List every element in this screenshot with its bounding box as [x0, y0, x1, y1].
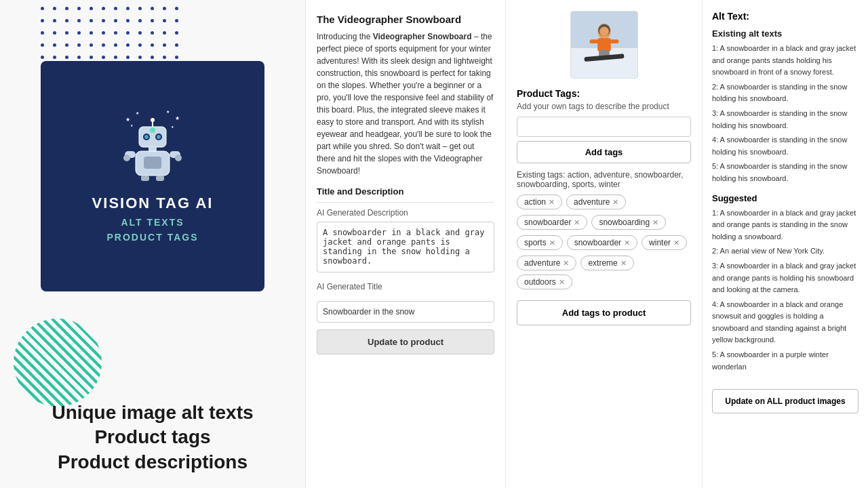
- existing-alt-item: 2: A snowboarder is standing in the snow…: [712, 81, 859, 105]
- desc-rest: – the perfect piece of sports equipment …: [317, 32, 493, 176]
- logo-box: ★ ★ ★ ★ ★ ★: [41, 61, 264, 291]
- svg-point-12: [157, 135, 161, 139]
- svg-text:★: ★: [125, 117, 130, 123]
- tags-desc: Add your own tags to describe the produc…: [517, 102, 691, 111]
- tag-chip-snowboarder: snowboarder ✕: [517, 215, 587, 230]
- teal-circle-decoration: [14, 319, 102, 407]
- title-and-desc-label: Title and Description: [317, 186, 494, 197]
- remove-tag-snowboarding[interactable]: ✕: [652, 218, 658, 227]
- remove-tag-extreme[interactable]: ✕: [620, 259, 627, 268]
- left-panel: ★ ★ ★ ★ ★ ★: [0, 0, 305, 488]
- svg-text:★: ★: [175, 115, 180, 121]
- product-thumbnail: [570, 11, 638, 79]
- svg-point-7: [151, 118, 155, 122]
- tag-chip-action: action ✕: [517, 195, 562, 209]
- robot-icon: ★ ★ ★ ★ ★ ★: [122, 108, 183, 182]
- tags-panel: Product Tags: Add your own tags to descr…: [505, 0, 702, 488]
- existing-tags-label: Existing tags: action, adventure, snowbo…: [517, 170, 691, 189]
- svg-rect-14: [149, 147, 157, 151]
- logo-subtitle: ALT TEXTS PRODUCT TAGS: [107, 215, 199, 245]
- svg-rect-27: [597, 38, 611, 52]
- remove-tag-adventure[interactable]: ✕: [612, 198, 618, 207]
- tag-chip-outdoors: outdoors ✕: [517, 274, 572, 289]
- add-tags-button[interactable]: Add tags: [517, 141, 691, 163]
- update-all-images-button[interactable]: Update on ALL product images: [712, 389, 859, 413]
- existing-alt-item: 1: A snowboarder in a black and gray jac…: [712, 43, 859, 79]
- ai-title-input[interactable]: [317, 301, 494, 323]
- ai-desc-label: AI Generated Description: [317, 208, 494, 218]
- suggested-alt-title: Suggested: [712, 193, 859, 203]
- suggested-alt-item: 4: A snowboarder in a black and orange s…: [712, 299, 859, 346]
- tags-row-4: adventure ✕ extreme ✕ outdoors ✕: [517, 256, 691, 289]
- remove-tag-adventure2[interactable]: ✕: [563, 259, 569, 268]
- suggested-alt-item: 3: A snowboarder in a black and gray jac…: [712, 260, 859, 296]
- tag-chip-adventure: adventure ✕: [566, 195, 626, 209]
- remove-tag-sports[interactable]: ✕: [549, 239, 555, 247]
- tags-title: Product Tags:: [517, 88, 691, 99]
- remove-tag-action[interactable]: ✕: [549, 198, 555, 207]
- tag-chip-adventure2: adventure ✕: [517, 256, 576, 270]
- product-description: Introducing the Videographer Snowboard –…: [317, 30, 494, 177]
- tagline-section: Unique image alt texts Product tags Prod…: [0, 401, 305, 474]
- svg-point-11: [144, 135, 149, 139]
- suggested-alt-item: 5: A snowboarder in a purple winter wond…: [712, 349, 859, 373]
- existing-alt-list: 1: A snowboarder in a black and gray jac…: [712, 43, 859, 185]
- alt-text-title: Alt Text:: [712, 11, 859, 22]
- tagline-line-1: Unique image alt texts: [0, 401, 305, 425]
- tag-chip-winter: winter ✕: [642, 235, 687, 250]
- svg-point-33: [599, 27, 609, 37]
- remove-tag-snowboarder[interactable]: ✕: [574, 218, 580, 227]
- existing-alt-item: 5: A snowboarder is standing in the snow…: [712, 161, 859, 184]
- tag-chip-snowboarding: snowboarding ✕: [591, 215, 666, 230]
- remove-tag-snowboarder2[interactable]: ✕: [624, 239, 630, 247]
- svg-rect-22: [156, 176, 164, 181]
- svg-point-19: [123, 155, 130, 161]
- tag-chip-extreme: extreme ✕: [580, 256, 633, 270]
- existing-alt-subtitle: Existing alt texts: [712, 28, 859, 39]
- add-tags-to-product-button[interactable]: Add tags to product: [517, 300, 691, 325]
- tags-row-3: sports ✕ snowboarder ✕ winter ✕: [517, 235, 691, 250]
- divider-1: [317, 202, 494, 203]
- existing-alt-item: 4: A snowboarder is standing in the snow…: [712, 134, 859, 158]
- tags-input[interactable]: [517, 117, 691, 137]
- suggested-alt-list: 1: A snowboarder in a black and gray jac…: [712, 207, 859, 373]
- desc-intro: Introducing the: [317, 32, 373, 41]
- ai-title-label: AI Generated Title: [317, 282, 494, 291]
- tagline-line-3: Product descriptions: [0, 450, 305, 474]
- remove-tag-winter[interactable]: ✕: [673, 239, 679, 247]
- tag-chip-sports: sports ✕: [517, 235, 563, 250]
- tags-row-2: snowboarder ✕ snowboarding ✕: [517, 215, 691, 230]
- update-to-product-button[interactable]: Update to product: [317, 329, 494, 354]
- middle-panel: The Videographer Snowboard Introducing t…: [305, 0, 505, 488]
- product-title: The Videographer Snowboard: [317, 14, 494, 25]
- svg-rect-16: [144, 157, 161, 169]
- svg-text:★: ★: [166, 110, 170, 114]
- svg-text:★: ★: [171, 125, 174, 129]
- desc-bold: Videographer Snowboard: [373, 32, 472, 41]
- remove-tag-outdoors[interactable]: ✕: [559, 278, 565, 287]
- tags-row-1: action ✕ adventure ✕: [517, 195, 691, 209]
- svg-point-20: [175, 155, 182, 161]
- ai-desc-textarea[interactable]: A snowboarder in a black and gray jacket…: [317, 222, 494, 272]
- svg-point-13: [150, 127, 155, 133]
- logo-title: VISION TAG AI: [92, 195, 214, 212]
- svg-rect-29: [589, 39, 599, 43]
- existing-alt-item: 3: A snowboarder is standing in the snow…: [712, 108, 859, 131]
- svg-rect-21: [141, 176, 149, 181]
- suggested-alt-item: 1: A snowboarder in a black and gray jac…: [712, 207, 859, 243]
- tagline-line-2: Product tags: [0, 425, 305, 449]
- tag-chip-snowboarder2: snowboarder ✕: [567, 235, 637, 250]
- suggested-alt-item: 2: An aerial view of New York City.: [712, 245, 859, 258]
- svg-text:★: ★: [136, 111, 139, 115]
- svg-rect-30: [609, 39, 618, 43]
- svg-text:★: ★: [130, 123, 134, 127]
- alt-text-panel: Alt Text: Existing alt texts 1: A snowbo…: [702, 0, 868, 488]
